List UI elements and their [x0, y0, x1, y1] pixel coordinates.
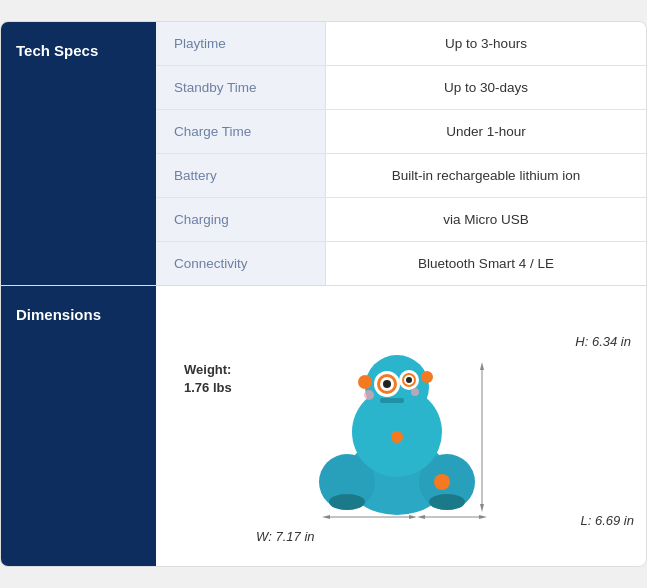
- svg-marker-27: [479, 515, 487, 519]
- robot-area: Weight: 1.76 lbs: [166, 306, 636, 546]
- robot-illustration: [297, 322, 497, 522]
- spec-value-connectivity: Bluetooth Smart 4 / LE: [326, 242, 646, 285]
- spec-label-connectivity: Connectivity: [156, 242, 326, 285]
- svg-point-14: [411, 388, 419, 396]
- spec-row-standby: Standby Time Up to 30-days: [156, 66, 646, 110]
- svg-rect-21: [380, 398, 404, 403]
- spec-row-chargetime: Charge Time Under 1-hour: [156, 110, 646, 154]
- dimension-l: L: 6.69 in: [581, 513, 635, 528]
- svg-point-16: [421, 371, 433, 383]
- svg-point-18: [434, 474, 450, 490]
- spec-value-playtime: Up to 3-hours: [326, 22, 646, 65]
- weight-label: Weight:: [184, 362, 231, 377]
- tech-specs-section: Tech Specs Playtime Up to 3-hours Standb…: [1, 22, 646, 285]
- spec-value-battery: Built-in rechargeable lithium ion: [326, 154, 646, 197]
- dimensions-section: Dimensions Weight: 1.76 lbs: [1, 285, 646, 566]
- spec-row-connectivity: Connectivity Bluetooth Smart 4 / LE: [156, 242, 646, 285]
- spec-label-chargetime: Charge Time: [156, 110, 326, 153]
- spec-value-standby: Up to 30-days: [326, 66, 646, 109]
- weight-container: Weight: 1.76 lbs: [184, 361, 232, 397]
- svg-marker-30: [409, 515, 417, 519]
- svg-point-19: [329, 494, 365, 510]
- spec-value-chargetime: Under 1-hour: [326, 110, 646, 153]
- tech-specs-label: Tech Specs: [1, 22, 156, 285]
- spec-label-charging: Charging: [156, 198, 326, 241]
- dimensions-label: Dimensions: [1, 286, 156, 566]
- dimension-h: H: 6.34 in: [575, 334, 631, 349]
- main-container: Tech Specs Playtime Up to 3-hours Standb…: [0, 21, 647, 567]
- svg-point-12: [406, 377, 412, 383]
- weight-value: 1.76 lbs: [184, 380, 232, 395]
- svg-marker-24: [480, 504, 484, 512]
- svg-point-13: [364, 390, 374, 400]
- dimensions-content: Weight: 1.76 lbs: [156, 286, 646, 566]
- svg-point-20: [429, 494, 465, 510]
- tech-specs-content: Playtime Up to 3-hours Standby Time Up t…: [156, 22, 646, 285]
- spec-label-playtime: Playtime: [156, 22, 326, 65]
- spec-row-battery: Battery Built-in rechargeable lithium io…: [156, 154, 646, 198]
- dimension-w: W: 7.17 in: [256, 529, 315, 544]
- spec-label-standby: Standby Time: [156, 66, 326, 109]
- spec-row-playtime: Playtime Up to 3-hours: [156, 22, 646, 66]
- svg-marker-23: [480, 362, 484, 370]
- svg-point-15: [358, 375, 372, 389]
- svg-point-9: [383, 380, 391, 388]
- svg-marker-26: [417, 515, 425, 519]
- spec-row-charging: Charging via Micro USB: [156, 198, 646, 242]
- spec-value-charging: via Micro USB: [326, 198, 646, 241]
- svg-marker-29: [322, 515, 330, 519]
- svg-point-17: [391, 431, 403, 443]
- spec-label-battery: Battery: [156, 154, 326, 197]
